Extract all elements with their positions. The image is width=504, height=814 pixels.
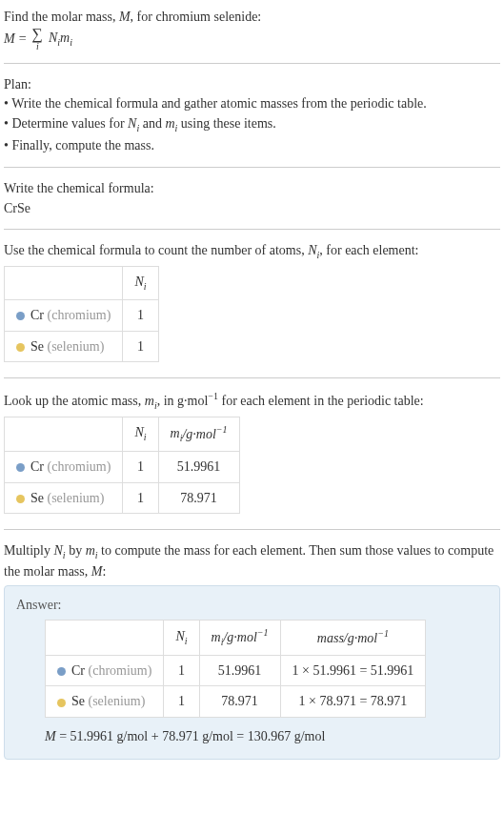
mult-mi: mi: [86, 543, 98, 558]
cell-se: Se (selenium): [5, 482, 123, 514]
th-Ni: Ni: [164, 621, 199, 655]
cell-se-N: 1: [164, 686, 199, 718]
final-line: M = 51.9961 g/mol + 78.971 g/mol = 130.9…: [45, 727, 488, 746]
divider: [4, 63, 500, 64]
m-sub: i: [70, 36, 72, 47]
cell-cr-m: 51.9961: [199, 655, 280, 686]
formula-heading: Write the chemical formula:: [4, 179, 500, 198]
el-name: (chromium): [44, 459, 111, 474]
count-table: Ni Cr (chromium) 1 Se (selenium) 1: [4, 266, 159, 362]
el-symbol: Cr: [30, 459, 44, 474]
cell-cr-N: 1: [123, 299, 158, 331]
el-name: (chromium): [85, 663, 151, 678]
formula-section: Write the chemical formula: CrSe: [4, 175, 500, 221]
cell-cr-N: 1: [123, 452, 158, 483]
table-header-row: Ni: [5, 267, 159, 300]
table-header-row: Ni mi/g·mol−1 mass/g·mol−1: [46, 621, 426, 655]
el-symbol: Cr: [71, 663, 85, 678]
mass-section: Look up the atomic mass, mi, in g·mol−1 …: [4, 386, 500, 521]
find-text-2: , for chromium selenide:: [131, 10, 262, 24]
table-row: Cr (chromium) 1 51.9961 1 × 51.9961 = 51…: [46, 655, 426, 686]
find-line: Find the molar mass, M, for chromium sel…: [4, 8, 500, 27]
chemical-formula: CrSe: [4, 199, 500, 218]
multiply-text: Multiply Ni by mi to compute the mass fo…: [4, 541, 500, 580]
N: N: [49, 31, 57, 45]
plan-2b: and: [139, 116, 165, 131]
table-row: Cr (chromium) 1 51.9961: [5, 452, 240, 483]
plan-line-1: • Write the chemical formula and gather …: [4, 94, 500, 113]
el-symbol: Se: [71, 694, 85, 708]
table-header-row: Ni mi/g·mol−1: [5, 417, 240, 451]
cell-cr-m: 51.9961: [158, 452, 239, 483]
mass-3: for each element in the periodic table:: [218, 394, 424, 408]
m: m: [60, 31, 70, 45]
table-row: Se (selenium) 1 78.971 1 × 78.971 = 78.9…: [46, 686, 426, 718]
mass-2: , in g·mol: [157, 394, 209, 408]
sigma-icon: ∑: [32, 27, 43, 42]
table-row: Se (selenium) 1 78.971: [5, 482, 240, 514]
find-text-1: Find the molar mass,: [4, 10, 119, 24]
cell-cr: Cr (chromium): [46, 655, 164, 686]
equals: =: [19, 30, 27, 49]
cell-se-mass: 1 × 78.971 = 78.971: [280, 686, 426, 718]
el-name: (selenium): [85, 694, 145, 708]
divider: [4, 529, 500, 530]
cell-se: Se (selenium): [46, 686, 164, 718]
el-name: (selenium): [44, 491, 104, 505]
mult-4: :: [102, 564, 106, 579]
plan-Ni: Ni: [128, 116, 139, 131]
mass-1: Look up the atomic mass,: [4, 394, 145, 408]
plan-heading: Plan:: [4, 75, 500, 94]
divider: [4, 377, 500, 378]
el-symbol: Cr: [30, 308, 44, 322]
table-row: Cr (chromium) 1: [5, 299, 159, 331]
mult-Ni: Ni: [54, 543, 66, 558]
th-Ni: Ni: [123, 417, 158, 451]
el-name: (selenium): [44, 339, 104, 354]
final-calc: = 51.9961 g/mol + 78.971 g/mol = 130.967…: [56, 729, 326, 743]
th-mi: mi/g·mol−1: [199, 621, 280, 655]
cell-se-N: 1: [123, 331, 158, 362]
cell-se-m: 78.971: [199, 686, 280, 718]
th-mi: mi/g·mol−1: [158, 417, 239, 451]
th-empty: [5, 267, 123, 300]
cell-se-m: 78.971: [158, 482, 239, 514]
count-2: , for each element:: [319, 243, 418, 257]
cell-cr: Cr (chromium): [5, 299, 123, 331]
dot-icon: [16, 463, 25, 472]
mass-table: Ni mi/g·mol−1 Cr (chromium) 1 51.9961 Se…: [4, 417, 240, 515]
dot-icon: [57, 699, 66, 707]
sigma-block: ∑ i: [32, 27, 43, 51]
plan-line-3: • Finally, compute the mass.: [4, 136, 500, 155]
cell-se-N: 1: [123, 482, 158, 514]
plan-mi: mi: [165, 116, 177, 131]
cell-cr-mass: 1 × 51.9961 = 51.9961: [280, 655, 426, 686]
dot-icon: [16, 312, 25, 320]
dot-icon: [16, 495, 25, 503]
plan-2a: • Determine values for: [4, 116, 128, 131]
cell-cr: Cr (chromium): [5, 452, 123, 483]
dot-icon: [57, 667, 66, 676]
mass-exp: −1: [208, 391, 218, 401]
el-symbol: Se: [30, 491, 44, 505]
mult-M: M: [91, 564, 103, 579]
mass-text: Look up the atomic mass, mi, in g·mol−1 …: [4, 390, 500, 412]
answer-table: Ni mi/g·mol−1 mass/g·mol−1 Cr (chromium)…: [45, 620, 426, 718]
final-M: M: [45, 729, 56, 743]
th-Ni: Ni: [123, 267, 158, 300]
mult-2: by: [66, 543, 86, 558]
cell-se: Se (selenium): [5, 331, 123, 362]
mult-1: Multiply: [4, 543, 54, 558]
th-mass: mass/g·mol−1: [280, 621, 426, 655]
answer-label: Answer:: [16, 596, 488, 615]
multiply-section: Multiply Ni by mi to compute the mass fo…: [4, 538, 500, 763]
intro-section: Find the molar mass, M, for chromium sel…: [4, 4, 500, 55]
th-empty: [46, 621, 164, 655]
var-M-2: M: [4, 30, 15, 49]
dot-icon: [16, 343, 25, 352]
divider: [4, 229, 500, 230]
mass-mi: mi: [145, 394, 157, 408]
el-name: (chromium): [44, 308, 111, 322]
el-symbol: Se: [30, 339, 44, 354]
count-1: Use the chemical formula to count the nu…: [4, 243, 308, 257]
